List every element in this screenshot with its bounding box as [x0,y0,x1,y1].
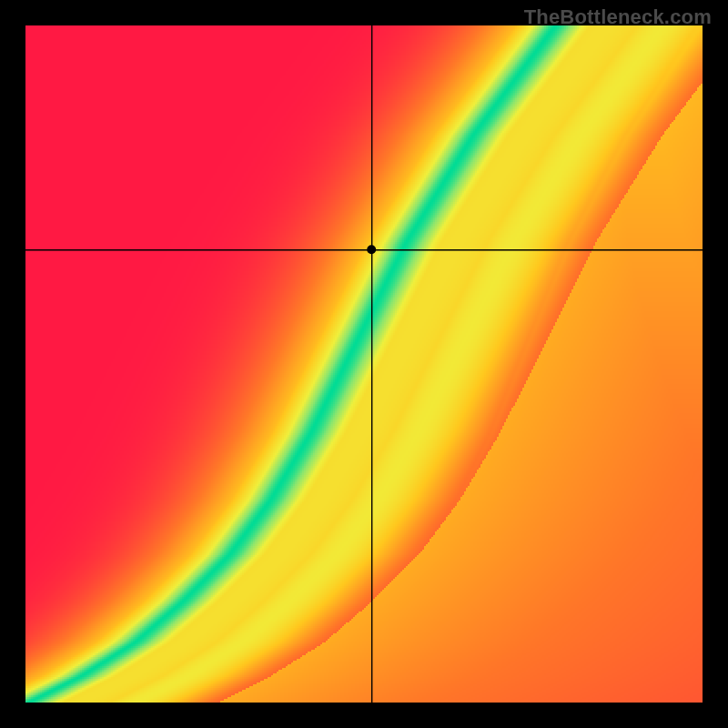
bottleneck-heatmap-canvas [0,0,728,728]
watermark-label: TheBottleneck.com [524,5,712,29]
bottleneck-heatmap-container: TheBottleneck.com [0,0,728,728]
